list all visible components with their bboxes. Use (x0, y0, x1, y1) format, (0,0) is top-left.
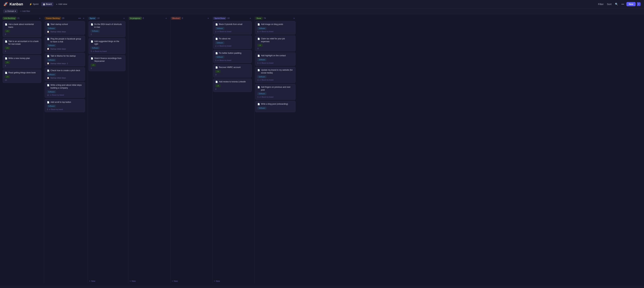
chevron-down-icon: ▾ (638, 3, 639, 5)
domain-label: Domain (8, 10, 14, 12)
card-d2[interactable]: 📄Claim tax relief for your job expensesL… (255, 35, 296, 52)
column-in-progress: In progress0++New (129, 16, 168, 283)
card-tag-sp3[interactable]: Life (91, 64, 96, 66)
card-tag-cb3[interactable]: Software (47, 59, 56, 61)
card-tag-sd3[interactable]: Software (215, 56, 224, 58)
card-tag-sd2[interactable]: Software (215, 41, 224, 44)
card-sp1[interactable]: 📄Do the IDEA teach of shortcuts in macSo… (88, 21, 126, 37)
add-new-btn-sprint[interactable]: +New (88, 279, 126, 283)
app-title: Kanban (10, 2, 23, 6)
add-new-btn-in-progress[interactable]: +New (129, 279, 168, 283)
card-tag-cb2[interactable]: Software (47, 44, 56, 47)
col-add-btn-sprint-done[interactable]: + (249, 16, 252, 20)
card-tag-d5[interactable]: Software (258, 92, 266, 95)
card-sp2[interactable]: 📄Add suggested blogs on the rightSoftwar… (88, 38, 126, 54)
card-d6[interactable]: 📄Write a blog post (onboarding)Software (255, 101, 296, 112)
card-num-d3: 1 (258, 62, 258, 64)
card-tag-d1[interactable]: Software (258, 27, 266, 30)
col-add-btn-career-backlog[interactable]: + (82, 16, 85, 20)
card-tag-sp2[interactable]: Software (91, 47, 100, 49)
card-num-d2: 3 (258, 48, 258, 50)
card-sd5[interactable]: 📄Add review to kvisnia LinkedinLife2 (213, 79, 252, 92)
card-d5[interactable]: 📄Add fingers on previous and next postSo… (255, 84, 296, 100)
card-cb6[interactable]: 📄Add scroll to top buttonSoftware3🏷Boost… (45, 99, 85, 112)
card-tag-d6[interactable]: Software (258, 107, 266, 109)
card-title-sp3: 📄Watch finance recordings from Skyscanne… (91, 57, 123, 63)
card-tags-cb3: Software (47, 59, 83, 61)
card-meta-lb4: 12 (5, 79, 39, 81)
col-add-btn-done[interactable]: + (293, 16, 296, 20)
card-title-text-sd1: Block Crytomib from email (219, 23, 242, 26)
sprint-nav-btn[interactable]: ⚡ Sprint (28, 2, 40, 6)
card-meta-icon-cb1: 📋 (47, 31, 49, 33)
card-tag-lb4[interactable]: Life (5, 76, 10, 78)
add-filter-btn[interactable]: + Add filter (19, 9, 31, 13)
card-lb1[interactable]: 📄Ask a bank about resintental loansLife3 (3, 21, 41, 37)
card-tag-lb3[interactable]: Life (5, 61, 10, 64)
new-button[interactable]: New (626, 2, 636, 6)
domain-filter[interactable]: ◎ Domain ▾ (3, 9, 18, 13)
card-num-lb3: 3 (5, 65, 6, 67)
sort-btn[interactable]: Sort (606, 2, 613, 6)
card-tag-cb6[interactable]: Software (47, 105, 56, 107)
column-done: Done74+📄Add image on blog postsSoftware5… (255, 16, 296, 283)
add-new-label-blocked: New (174, 280, 178, 282)
card-tag-sd5[interactable]: Life (215, 85, 220, 87)
card-doc-icon-d1: 📄 (258, 23, 260, 26)
card-sp3[interactable]: 📄Watch finance recordings from Skyscanne… (88, 55, 126, 71)
card-tag-lb1[interactable]: Life (5, 30, 10, 32)
card-tag-cb4[interactable]: Software (47, 73, 56, 76)
new-dropdown-btn[interactable]: ▾ (637, 2, 641, 6)
card-cb4[interactable]: 📄Check how to create a pitch deckSoftwar… (45, 67, 85, 81)
card-tag-d3[interactable]: Software (258, 58, 266, 61)
add-new-btn-blocked[interactable]: +New (171, 279, 210, 283)
brand-text-d4: Boost my brand (262, 79, 273, 81)
card-tag-cb5[interactable]: Software (47, 91, 56, 93)
card-tag-d2[interactable]: Life (258, 44, 262, 47)
card-tag-sd1[interactable]: Software (215, 27, 224, 30)
add-view-btn[interactable]: + Add view (54, 2, 69, 6)
card-num-lb1: 3 (5, 33, 6, 35)
board-icon: ▦ (43, 3, 45, 5)
card-title-text-lb1: Ask a bank about resintental loans (8, 23, 39, 29)
card-tags-d3: Software (258, 58, 293, 61)
card-cb1[interactable]: 📄Start startup schoolSoftware📋Startup in… (45, 21, 85, 35)
card-tag-lb2[interactable]: Life (5, 47, 10, 49)
card-sd4[interactable]: 📄Recover HMRC accountLife3 (213, 64, 252, 78)
card-lb4[interactable]: 📄Read getting things done bookLife12 (3, 69, 41, 83)
card-tag-d4[interactable]: Software (258, 76, 266, 78)
card-title-text-sp2: Add suggested blogs on the right (94, 40, 123, 46)
col-more-btn-career-backlog[interactable]: ••• (78, 16, 82, 20)
card-d1[interactable]: 📄Add image on blog postsSoftware5🏷Boost … (255, 21, 296, 34)
card-lb3[interactable]: 📄Write a new money planLife3 (3, 55, 41, 68)
col-add-btn-sprint[interactable]: + (122, 16, 126, 20)
col-add-btn-blocked[interactable]: + (207, 16, 210, 20)
card-tag-sp1[interactable]: Software (91, 30, 100, 32)
card-lb2[interactable]: 📄Talk to an accountant or to a bank for … (3, 38, 41, 54)
add-new-btn-sprint-done[interactable]: +New (213, 279, 252, 283)
more-btn[interactable]: ••• (620, 2, 625, 6)
card-sd1[interactable]: 📄Block Crytomib from emailSoftware2🏷Boos… (213, 21, 252, 34)
card-meta-d2: 3 (258, 48, 293, 50)
col-add-btn-in-progress[interactable]: + (165, 16, 168, 20)
filter-btn[interactable]: Filter (597, 2, 604, 6)
card-d3[interactable]: 📄Add highlight on the contactSoftware1🏷B… (255, 52, 296, 66)
col-add-btn-life-backlog[interactable]: + (38, 16, 41, 20)
card-tag-cb1[interactable]: Software (47, 27, 56, 30)
board-nav-btn[interactable]: ▦ Board (41, 2, 54, 6)
card-cb2[interactable]: 📄Ping the people in facebook group to ha… (45, 36, 85, 52)
card-title-text-cb3: Talk to Marios for his startup (50, 55, 76, 57)
card-cb5[interactable]: 📄Write a blog post about initial steps b… (45, 82, 85, 98)
search-btn[interactable]: 🔍 (614, 2, 619, 6)
card-cb3[interactable]: 📄Talk to Marios for his startupSoftware📋… (45, 53, 85, 66)
card-sd3[interactable]: 📄Fix twitter button paddingSoftware1🏷Boo… (213, 50, 252, 63)
card-d4[interactable]: 📄Update my brand in my website (for soci… (255, 67, 296, 83)
add-new-icon-sprint-done: + (214, 280, 215, 282)
card-doc-icon-cb4: 📄 (47, 69, 50, 72)
card-doc-icon-lb2: 📄 (5, 40, 8, 43)
card-tag-sd4[interactable]: Life (215, 70, 220, 73)
card-meta-sd3: 1🏷Boost my brand (215, 59, 250, 61)
card-brand-sd3: 🏷Boost my brand (217, 59, 231, 61)
card-tags-cb6: Software (47, 105, 83, 107)
card-sd2[interactable]: 📄Fix about meSoftware2🏷Boost my brand (213, 35, 252, 49)
